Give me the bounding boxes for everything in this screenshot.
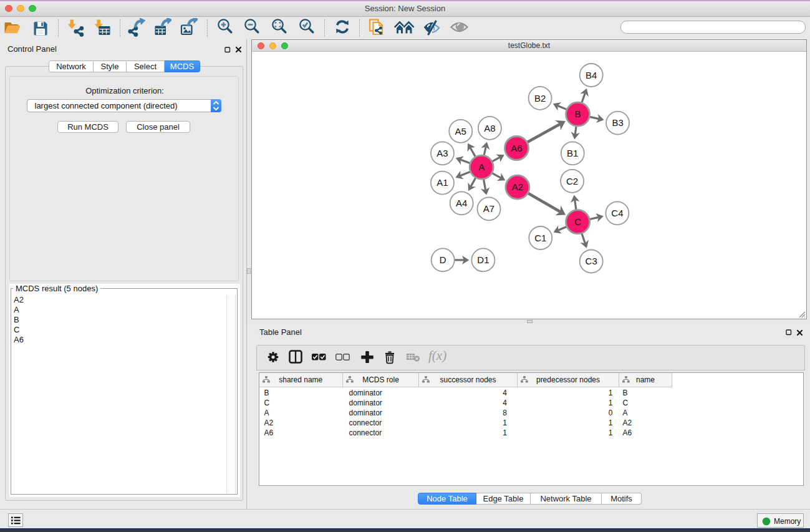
svg-text:D1: D1 (477, 254, 489, 265)
svg-text:C2: C2 (566, 176, 578, 186)
svg-text:A4: A4 (456, 198, 467, 208)
svg-text:C4: C4 (611, 208, 623, 218)
svg-text:A5: A5 (455, 126, 466, 137)
svg-text:D: D (440, 254, 446, 265)
svg-text:A6: A6 (511, 143, 522, 153)
svg-text:C3: C3 (586, 256, 597, 266)
svg-text:A2: A2 (512, 181, 523, 192)
svg-text:A7: A7 (483, 203, 494, 214)
svg-text:A3: A3 (436, 148, 448, 158)
svg-text:C: C (574, 216, 581, 227)
svg-text:B1: B1 (567, 148, 578, 158)
svg-text:B: B (575, 109, 581, 119)
svg-text:B3: B3 (612, 117, 623, 128)
svg-text:C1: C1 (534, 233, 546, 243)
svg-text:A: A (478, 162, 485, 172)
svg-text:A8: A8 (484, 123, 495, 133)
svg-text:A1: A1 (436, 177, 448, 188)
svg-text:B4: B4 (586, 70, 597, 80)
svg-text:B2: B2 (534, 93, 546, 104)
